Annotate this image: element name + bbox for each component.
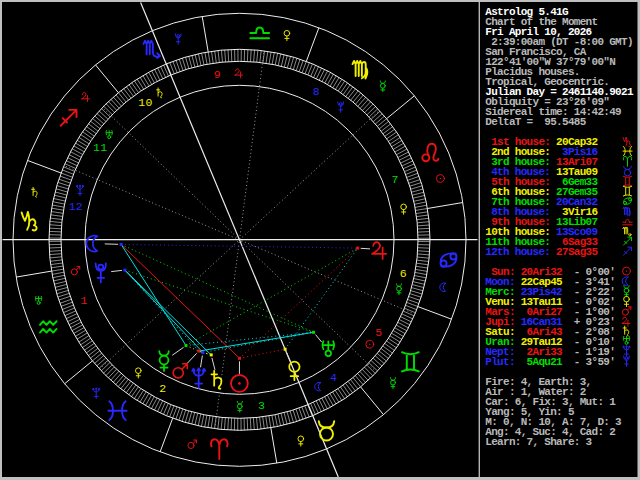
- svg-text:27Sag35: 27Sag35: [556, 246, 598, 258]
- svg-text:1: 1: [80, 294, 87, 307]
- svg-text:8: 8: [313, 85, 320, 98]
- svg-text:11: 11: [93, 141, 107, 154]
- svg-text:4: 4: [330, 371, 337, 384]
- svg-text:- 3°59': - 3°59': [574, 356, 615, 368]
- svg-text:6: 6: [400, 267, 407, 280]
- svg-text:12th house:: 12th house:: [485, 246, 550, 258]
- svg-text:9: 9: [214, 68, 221, 81]
- svg-text:12: 12: [69, 200, 83, 213]
- svg-text:5Aqu21: 5Aqu21: [521, 356, 563, 368]
- svg-text:DeltaT = 95.5485: DeltaT = 95.5485: [485, 116, 586, 128]
- svg-text:Learn: 7, Share: 3: Learn: 7, Share: 3: [485, 436, 592, 448]
- svg-text:3: 3: [258, 399, 265, 412]
- svg-text:10: 10: [138, 96, 152, 109]
- svg-text:Plut:: Plut:: [485, 356, 515, 368]
- svg-text:5: 5: [375, 326, 382, 339]
- svg-text:7: 7: [391, 173, 398, 186]
- svg-text:2: 2: [159, 382, 166, 395]
